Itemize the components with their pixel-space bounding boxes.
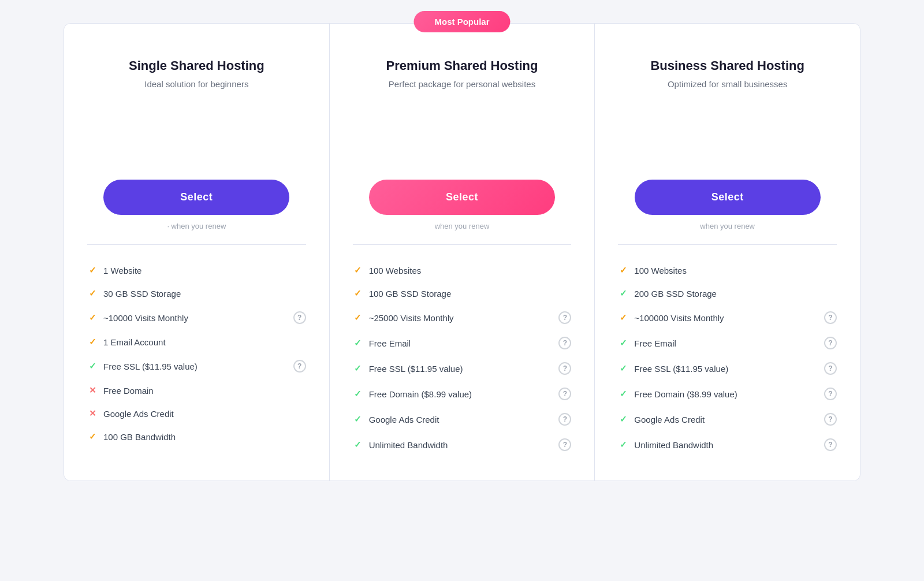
renew-text: · when you renew: [87, 222, 306, 230]
feature-icon: ✓: [87, 288, 98, 299]
feature-right: ?: [824, 388, 837, 400]
feature-item: ✓ Unlimited Bandwidth ?: [618, 432, 837, 457]
feature-item: ✓ 1 Website: [87, 259, 306, 282]
feature-left: ✓ ~25000 Visits Monthly: [353, 312, 454, 323]
feature-right: ?: [824, 311, 837, 324]
divider: [87, 244, 306, 245]
feature-text: Free SSL ($11.95 value): [369, 364, 463, 374]
feature-icon: ✓: [618, 389, 628, 399]
feature-icon: ✓: [87, 312, 98, 323]
feature-icon: ✓: [87, 265, 98, 275]
renew-text: when you renew: [618, 222, 837, 230]
plan-description: Perfect package for personal websites: [389, 79, 535, 89]
feature-text: Free Domain ($8.99 value): [634, 389, 737, 399]
feature-left: ✓ 200 GB SSD Storage: [618, 288, 717, 299]
feature-right: ?: [558, 311, 571, 324]
feature-text: 100 Websites: [369, 266, 422, 275]
plan-header: Premium Shared Hosting Perfect package f…: [353, 47, 572, 162]
divider: [618, 244, 837, 245]
feature-item: ✓ 1 Email Account: [87, 330, 306, 353]
help-icon[interactable]: ?: [558, 362, 571, 375]
feature-item: ✓ 30 GB SSD Storage: [87, 282, 306, 305]
feature-icon: ✓: [353, 414, 363, 424]
feature-icon: ✓: [618, 265, 628, 275]
feature-text: 100 Websites: [634, 266, 687, 275]
feature-left: ✕ Free Domain: [87, 385, 154, 396]
feature-icon: ✓: [618, 440, 628, 450]
feature-text: ~100000 Visits Monthly: [634, 313, 724, 323]
feature-left: ✓ Free Email: [353, 338, 411, 348]
help-icon[interactable]: ?: [824, 362, 837, 375]
feature-left: ✓ Free Email: [618, 338, 676, 348]
feature-text: 30 GB SSD Storage: [103, 289, 181, 299]
help-icon[interactable]: ?: [824, 311, 837, 324]
select-button-premium[interactable]: Select: [369, 180, 555, 215]
help-icon[interactable]: ?: [558, 388, 571, 400]
feature-text: Google Ads Credit: [103, 409, 174, 419]
feature-item: ✓ ~100000 Visits Monthly ?: [618, 305, 837, 330]
feature-left: ✓ 100 GB Bandwidth: [87, 431, 176, 442]
help-icon[interactable]: ?: [824, 337, 837, 349]
feature-left: ✓ 1 Email Account: [87, 337, 166, 347]
feature-item: ✓ 100 GB SSD Storage: [353, 282, 572, 305]
feature-text: Unlimited Bandwidth: [634, 440, 713, 450]
feature-left: ✓ Free SSL ($11.95 value): [87, 361, 198, 371]
feature-text: Free Domain ($8.99 value): [369, 389, 472, 399]
feature-left: ✓ ~10000 Visits Monthly: [87, 312, 188, 323]
feature-item: ✓ Free Email ?: [353, 330, 572, 356]
feature-right: ?: [558, 337, 571, 349]
feature-left: ✓ Google Ads Credit: [353, 414, 439, 424]
feature-list: ✓ 100 Websites ✓ 200 GB SSD Storage: [618, 259, 837, 457]
help-icon[interactable]: ?: [558, 413, 571, 426]
select-button-single[interactable]: Select: [103, 180, 289, 215]
feature-left: ✓ Google Ads Credit: [618, 414, 705, 424]
feature-icon: ✓: [618, 363, 628, 374]
feature-icon: ✓: [353, 363, 363, 374]
feature-right: ?: [824, 438, 837, 451]
feature-right: ?: [558, 438, 571, 451]
help-icon[interactable]: ?: [824, 413, 837, 426]
feature-left: ✓ 100 Websites: [618, 265, 687, 275]
renew-text: when you renew: [353, 222, 572, 230]
feature-item: ✓ 100 Websites: [353, 259, 572, 282]
feature-item: ✓ Unlimited Bandwidth ?: [353, 432, 572, 457]
feature-left: ✓ 1 Website: [87, 265, 141, 275]
feature-icon: ✕: [87, 408, 98, 419]
feature-text: 100 GB Bandwidth: [103, 432, 176, 442]
feature-icon: ✓: [353, 265, 363, 275]
divider: [353, 244, 572, 245]
help-icon[interactable]: ?: [824, 438, 837, 451]
help-icon[interactable]: ?: [558, 337, 571, 349]
plan-card-premium: Most Popular Premium Shared Hosting Perf…: [330, 24, 595, 481]
feature-list: ✓ 100 Websites ✓ 100 GB SSD Storage: [353, 259, 572, 457]
feature-icon: ✓: [87, 361, 98, 371]
feature-item: ✓ Free SSL ($11.95 value) ?: [618, 356, 837, 381]
feature-icon: ✕: [87, 385, 98, 396]
feature-icon: ✓: [618, 414, 628, 424]
feature-text: Google Ads Credit: [634, 415, 705, 424]
feature-left: ✓ 100 GB SSD Storage: [353, 288, 452, 299]
feature-text: Free Email: [369, 338, 411, 348]
plan-header: Single Shared Hosting Ideal solution for…: [87, 47, 306, 162]
select-button-business[interactable]: Select: [635, 180, 821, 215]
plan-name: Business Shared Hosting: [650, 58, 804, 73]
feature-icon: ✓: [618, 338, 628, 348]
feature-item: ✕ Google Ads Credit: [87, 402, 306, 425]
feature-text: ~10000 Visits Monthly: [103, 313, 188, 323]
feature-text: 1 Website: [103, 266, 141, 275]
feature-item: ✓ 100 GB Bandwidth: [87, 425, 306, 448]
feature-text: 200 GB SSD Storage: [634, 289, 717, 299]
feature-right: ?: [293, 311, 306, 324]
feature-left: ✕ Google Ads Credit: [87, 408, 174, 419]
help-icon[interactable]: ?: [293, 360, 306, 373]
feature-left: ✓ ~100000 Visits Monthly: [618, 312, 724, 323]
feature-left: ✓ Free Domain ($8.99 value): [353, 389, 472, 399]
feature-text: Unlimited Bandwidth: [369, 440, 448, 450]
feature-icon: ✓: [353, 312, 363, 323]
help-icon[interactable]: ?: [558, 438, 571, 451]
help-icon[interactable]: ?: [558, 311, 571, 324]
help-icon[interactable]: ?: [824, 388, 837, 400]
pricing-container: Single Shared Hosting Ideal solution for…: [64, 23, 860, 481]
feature-text: 1 Email Account: [103, 337, 166, 347]
help-icon[interactable]: ?: [293, 311, 306, 324]
